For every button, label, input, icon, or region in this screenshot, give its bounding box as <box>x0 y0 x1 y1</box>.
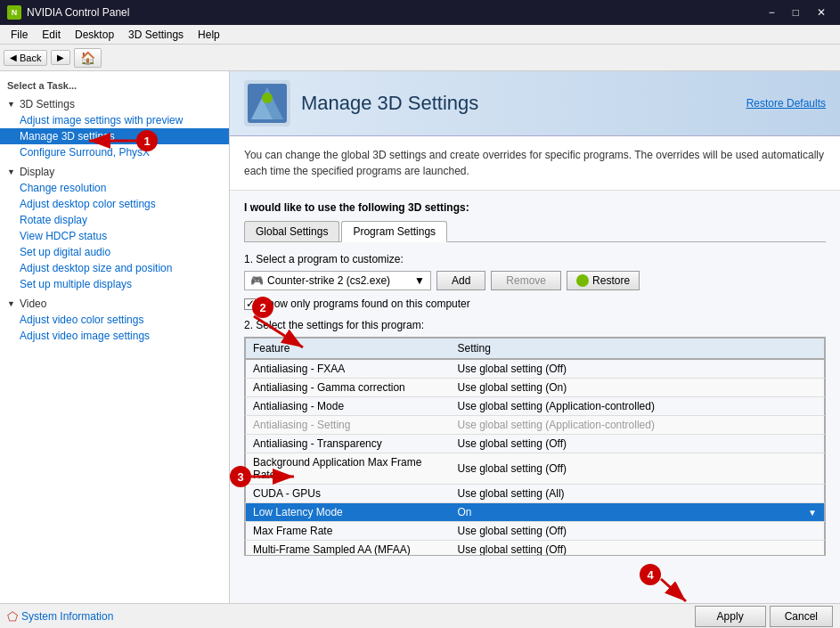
setting-cell: Use global setting (Application-controll… <box>451 416 825 435</box>
content-header: Manage 3D Settings Restore Defaults <box>230 71 840 136</box>
sidebar-item-manage-3d[interactable]: Manage 3D settings <box>0 128 229 144</box>
selected-program: Counter-strike 2 (cs2.exe) <box>267 274 390 287</box>
group-3d-label: 3D Settings <box>20 98 75 110</box>
restore-program-button[interactable]: Restore <box>567 271 640 290</box>
table-row[interactable]: Antialiasing - TransparencyUse global se… <box>246 435 825 453</box>
minimize-button[interactable]: − <box>762 4 782 20</box>
tab-global-settings[interactable]: Global Settings <box>244 221 339 241</box>
group-video-label: Video <box>20 298 46 310</box>
menu-file[interactable]: File <box>4 27 35 43</box>
sidebar-item-digital-audio[interactable]: Set up digital audio <box>0 244 229 260</box>
back-label: Back <box>20 53 41 63</box>
window-controls: − □ ✕ <box>762 4 833 20</box>
settings-area: I would like to use the following 3D set… <box>230 191 840 567</box>
forward-button[interactable]: ▶ <box>51 50 70 65</box>
sidebar-item-adjust-image[interactable]: Adjust image settings with preview <box>0 112 229 128</box>
feature-cell: Antialiasing - FXAA <box>246 360 451 379</box>
sidebar-item-rotate-display-label: Rotate display <box>20 214 87 226</box>
restore-defaults-button[interactable]: Restore Defaults <box>746 97 826 110</box>
feature-cell: Multi-Frame Sampled AA (MFAA) <box>246 541 451 556</box>
settings-table-wrapper: Feature Setting Antialiasing - FXAAUse g… <box>244 337 826 556</box>
sidebar-item-change-resolution[interactable]: Change resolution <box>0 180 229 196</box>
program-icon: 🎮 <box>250 274 264 287</box>
table-row[interactable]: Antialiasing - ModeUse global setting (A… <box>246 397 825 416</box>
maximize-button[interactable]: □ <box>786 4 806 20</box>
sidebar-item-video-image[interactable]: Adjust video image settings <box>0 328 229 344</box>
sidebar-item-hdcp-status-label: View HDCP status <box>20 230 107 242</box>
tree-group-display-label[interactable]: ▼ Display <box>0 164 229 180</box>
show-programs-checkbox[interactable]: ✓ <box>244 298 256 310</box>
tree-group-video-label[interactable]: ▼ Video <box>0 296 229 312</box>
expand-icon-3d: ▼ <box>7 100 15 109</box>
table-row[interactable]: CUDA - GPUsUse global setting (All) <box>246 485 825 503</box>
remove-program-button[interactable]: Remove <box>491 271 561 290</box>
sidebar-item-video-color[interactable]: Adjust video color settings <box>0 312 229 328</box>
expand-icon-video: ▼ <box>7 299 15 308</box>
program-dropdown[interactable]: 🎮 Counter-strike 2 (cs2.exe) ▼ <box>244 271 431 290</box>
toolbar: ◀ Back ▶ 🏠 <box>0 45 840 71</box>
sidebar: Select a Task... ▼ 3D Settings Adjust im… <box>0 71 230 603</box>
home-button[interactable]: 🏠 <box>74 48 102 68</box>
settings-main-label: I would like to use the following 3D set… <box>244 201 826 214</box>
back-button[interactable]: ◀ Back <box>4 50 47 66</box>
sidebar-title: Select a Task... <box>0 77 229 94</box>
sidebar-item-change-resolution-label: Change resolution <box>20 182 106 194</box>
close-button[interactable]: ✕ <box>810 4 833 20</box>
menu-3d-settings[interactable]: 3D Settings <box>121 27 191 43</box>
sidebar-item-rotate-display[interactable]: Rotate display <box>0 212 229 228</box>
settings-data-table: Antialiasing - FXAAUse global setting (O… <box>245 359 825 555</box>
group-display-label: Display <box>20 166 54 178</box>
nvidia-restore-icon <box>576 274 589 287</box>
sidebar-item-desktop-color-label: Adjust desktop color settings <box>20 198 156 210</box>
table-row[interactable]: Low Latency ModeOn▼ <box>246 503 825 522</box>
status-buttons: Apply Cancel <box>695 606 833 627</box>
feature-cell: Max Frame Rate <box>246 522 451 541</box>
show-programs-label: Show only programs found on this compute… <box>261 298 470 310</box>
tree-group-3d-label[interactable]: ▼ 3D Settings <box>0 96 229 112</box>
menu-help[interactable]: Help <box>191 27 227 43</box>
title-bar: N NVIDIA Control Panel − □ ✕ <box>0 0 840 25</box>
sidebar-item-video-color-label: Adjust video color settings <box>20 314 143 326</box>
menu-bar: File Edit Desktop 3D Settings Help <box>0 25 840 45</box>
expand-icon-display: ▼ <box>7 167 15 176</box>
system-info-link[interactable]: ⬠ System Information <box>7 609 113 624</box>
sidebar-item-configure-surround[interactable]: Configure Surround, PhysX <box>0 144 229 160</box>
tab-program-settings[interactable]: Program Settings <box>341 221 447 242</box>
setting-cell: Use global setting (Off) <box>451 522 825 541</box>
program-select-label: 1. Select a program to customize: <box>244 253 826 265</box>
table-row[interactable]: Background Application Max Frame RateUse… <box>246 453 825 485</box>
info-icon: ⬠ <box>7 609 18 624</box>
sidebar-item-configure-surround-label: Configure Surround, PhysX <box>20 146 150 159</box>
cancel-button[interactable]: Cancel <box>770 606 833 627</box>
sidebar-item-hdcp-status[interactable]: View HDCP status <box>0 228 229 244</box>
apply-button[interactable]: Apply <box>695 606 766 627</box>
show-programs-row: ✓ Show only programs found on this compu… <box>244 298 826 310</box>
table-row[interactable]: Antialiasing - SettingUse global setting… <box>246 416 825 435</box>
sidebar-item-multiple-displays[interactable]: Set up multiple displays <box>0 276 229 292</box>
setting-cell: Use global setting (Application-controll… <box>451 397 825 416</box>
sidebar-item-digital-audio-label: Set up digital audio <box>20 246 110 258</box>
header-left: Manage 3D Settings <box>244 80 478 126</box>
add-program-button[interactable]: Add <box>436 271 485 290</box>
menu-desktop[interactable]: Desktop <box>68 27 121 43</box>
table-scroll[interactable]: Antialiasing - FXAAUse global setting (O… <box>245 359 825 555</box>
col-setting: Setting <box>451 338 811 359</box>
app-icon: N <box>7 5 21 20</box>
sidebar-item-multiple-displays-label: Set up multiple displays <box>20 278 132 290</box>
table-row[interactable]: Antialiasing - FXAAUse global setting (O… <box>246 360 825 379</box>
sidebar-item-desktop-size[interactable]: Adjust desktop size and position <box>0 260 229 276</box>
sidebar-item-video-image-label: Adjust video image settings <box>20 330 150 342</box>
tree-group-display: ▼ Display Change resolution Adjust deskt… <box>0 162 229 294</box>
table-row[interactable]: Max Frame RateUse global setting (Off) <box>246 522 825 541</box>
menu-edit[interactable]: Edit <box>35 27 68 43</box>
setting-cell: Use global setting (On) <box>451 379 825 397</box>
settings-section-label: 2. Select the settings for this program: <box>244 319 826 331</box>
table-row[interactable]: Multi-Frame Sampled AA (MFAA)Use global … <box>246 541 825 556</box>
app-title: NVIDIA Control Panel <box>27 6 129 19</box>
feature-cell: Antialiasing - Transparency <box>246 435 451 453</box>
dropdown-arrow-icon: ▼ <box>414 274 425 287</box>
svg-point-4 <box>262 93 273 103</box>
table-row[interactable]: Antialiasing - Gamma correctionUse globa… <box>246 379 825 397</box>
feature-cell: Low Latency Mode <box>246 503 451 522</box>
sidebar-item-desktop-color[interactable]: Adjust desktop color settings <box>0 196 229 212</box>
